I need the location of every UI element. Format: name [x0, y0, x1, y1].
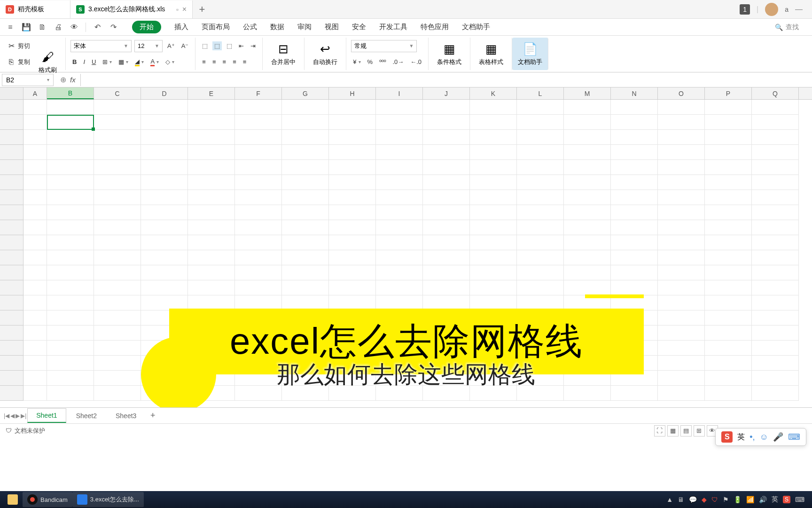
menu-tab-layout[interactable]: 页面布局 — [202, 21, 230, 33]
fx-label[interactable]: fx — [70, 76, 76, 84]
col-header[interactable]: C — [94, 87, 141, 99]
save-button[interactable]: 💾 — [20, 21, 33, 34]
tab-template[interactable]: D 稻壳模板 — [0, 0, 70, 18]
taskbar-explorer[interactable] — [3, 492, 23, 507]
ime-keyboard-icon[interactable]: ⌨ — [788, 432, 800, 442]
taskbar-wps[interactable]: 3.excel怎么去除... — [72, 492, 144, 507]
save-as-button[interactable]: 🗎 — [36, 21, 49, 34]
redo-button[interactable]: ↷ — [107, 21, 120, 34]
align-bottom-button[interactable]: ⬚ — [225, 41, 234, 50]
decrease-font-button[interactable]: A⁻ — [180, 41, 191, 50]
wrap-button[interactable]: ↩自动换行 — [309, 42, 341, 66]
increase-font-button[interactable]: A⁺ — [165, 41, 177, 50]
merge-button[interactable]: ⊟合并居中 — [267, 42, 299, 66]
sheet-tab-3[interactable]: Sheet3 — [107, 409, 145, 423]
menu-tab-helper[interactable]: 文档助手 — [462, 21, 490, 33]
col-header[interactable]: D — [141, 87, 188, 99]
fill-color-button[interactable]: ◢▾ — [133, 57, 146, 67]
col-header[interactable]: N — [611, 87, 658, 99]
search-box[interactable]: 🔍 查找 — [775, 23, 799, 32]
doc-helper-button[interactable]: 📄文档助手 — [514, 42, 546, 66]
underline-button[interactable]: U — [90, 57, 98, 66]
border-button[interactable]: ⊞▾ — [101, 57, 114, 66]
ime-emoji-icon[interactable]: ☺ — [760, 432, 768, 442]
number-format-select[interactable]: 常规▼ — [351, 40, 417, 52]
view-fullscreen-button[interactable]: ⛶ — [654, 425, 665, 437]
sheet-nav-next[interactable]: ▶ — [16, 413, 20, 419]
ime-toolbar[interactable]: S 英 •, ☺ 🎤 ⌨ — [715, 428, 806, 446]
menu-tab-dev[interactable]: 开发工具 — [379, 21, 407, 33]
align-middle-button[interactable]: ⬚ — [212, 41, 222, 50]
menu-button[interactable]: ≡ — [4, 21, 17, 34]
italic-button[interactable]: I — [81, 57, 87, 66]
table-style-button[interactable]: ▦表格样式 — [475, 42, 507, 66]
col-header[interactable]: B — [47, 87, 94, 99]
increase-decimal-button[interactable]: .0→ — [390, 57, 406, 66]
new-tab-button[interactable]: + — [193, 3, 211, 16]
sheet-tab-1[interactable]: Sheet1 — [27, 408, 66, 423]
tray-keyboard-icon[interactable]: ⌨ — [795, 496, 804, 503]
view-normal-button[interactable]: ▦ — [667, 425, 679, 437]
menu-tab-special[interactable]: 特色应用 — [421, 21, 449, 33]
align-justify-button[interactable]: ≡ — [231, 57, 238, 66]
comma-button[interactable]: ººº — [377, 57, 388, 66]
menu-tab-insert[interactable]: 插入 — [174, 21, 188, 33]
percent-button[interactable]: % — [366, 57, 375, 66]
menu-tab-security[interactable]: 安全 — [352, 21, 366, 33]
tray-battery-icon[interactable]: 🔋 — [734, 496, 742, 503]
decrease-decimal-button[interactable]: ←.0 — [408, 57, 423, 66]
menu-tab-formula[interactable]: 公式 — [243, 21, 257, 33]
menu-tab-view[interactable]: 视图 — [325, 21, 339, 33]
align-center-button[interactable]: ≡ — [211, 57, 218, 66]
view-page-button[interactable]: ▤ — [680, 425, 692, 437]
cut-button[interactable]: ✂剪切 — [5, 40, 32, 52]
col-header[interactable]: M — [564, 87, 611, 99]
menu-tab-data[interactable]: 数据 — [270, 21, 284, 33]
ime-lang[interactable]: 英 — [737, 432, 745, 442]
col-header[interactable]: O — [658, 87, 705, 99]
tray-ime-lang[interactable]: 英 — [772, 495, 778, 504]
print-button[interactable]: 🖨 — [52, 21, 65, 34]
font-color-button[interactable]: A▾ — [148, 57, 161, 67]
indent-dec-button[interactable]: ⇤ — [237, 41, 246, 50]
select-all-corner[interactable] — [0, 87, 23, 99]
indent-inc-button[interactable]: ⇥ — [249, 41, 258, 50]
formula-input[interactable] — [80, 74, 812, 86]
minimize-icon[interactable]: — — [795, 5, 803, 14]
col-header[interactable]: G — [282, 87, 329, 99]
align-dist-button[interactable]: ≡ — [241, 57, 249, 66]
view-layout-button[interactable]: ⊞ — [694, 425, 705, 437]
copy-button[interactable]: ⎘复制 — [5, 56, 32, 68]
print-preview-button[interactable]: 👁 — [68, 21, 81, 34]
ime-punct-icon[interactable]: •, — [750, 432, 755, 442]
align-top-button[interactable]: ⬚ — [200, 41, 210, 50]
sheet-nav-first[interactable]: |◀ — [4, 413, 9, 419]
cond-format-button[interactable]: ▦条件格式 — [433, 42, 465, 66]
add-sheet-button[interactable]: + — [146, 411, 159, 421]
col-header[interactable]: K — [470, 87, 517, 99]
col-header[interactable]: I — [376, 87, 423, 99]
tray-wechat-icon[interactable]: 💬 — [689, 496, 697, 503]
col-header[interactable]: H — [329, 87, 376, 99]
tab-menu-icon[interactable]: ▫ — [176, 6, 179, 13]
col-header[interactable]: J — [423, 87, 470, 99]
sheet-tab-2[interactable]: Sheet2 — [67, 409, 106, 423]
clear-format-button[interactable]: ◇▾ — [164, 57, 176, 66]
tray-flag-icon[interactable]: ⚑ — [723, 496, 729, 503]
notification-badge[interactable]: 1 — [740, 4, 750, 15]
col-header[interactable]: A — [23, 87, 47, 99]
col-header[interactable]: P — [705, 87, 752, 99]
font-size-select[interactable]: 12▼ — [134, 40, 163, 52]
close-icon[interactable]: × — [182, 5, 187, 14]
align-right-button[interactable]: ≡ — [221, 57, 228, 66]
tray-security-icon[interactable]: 🛡 — [711, 496, 718, 503]
col-header[interactable]: Q — [752, 87, 799, 99]
undo-button[interactable]: ↶ — [91, 21, 104, 34]
tray-volume-icon[interactable]: 🔊 — [759, 496, 767, 503]
format-painter-button[interactable]: 🖌格式刷 — [35, 50, 61, 74]
taskbar-bandicam[interactable]: Bandicam — [23, 492, 72, 507]
tray-monitor-icon[interactable]: 🖥 — [678, 496, 684, 503]
tray-app-icon[interactable]: ◆ — [702, 496, 707, 503]
menu-tab-review[interactable]: 审阅 — [297, 21, 312, 33]
col-header[interactable]: L — [517, 87, 564, 99]
